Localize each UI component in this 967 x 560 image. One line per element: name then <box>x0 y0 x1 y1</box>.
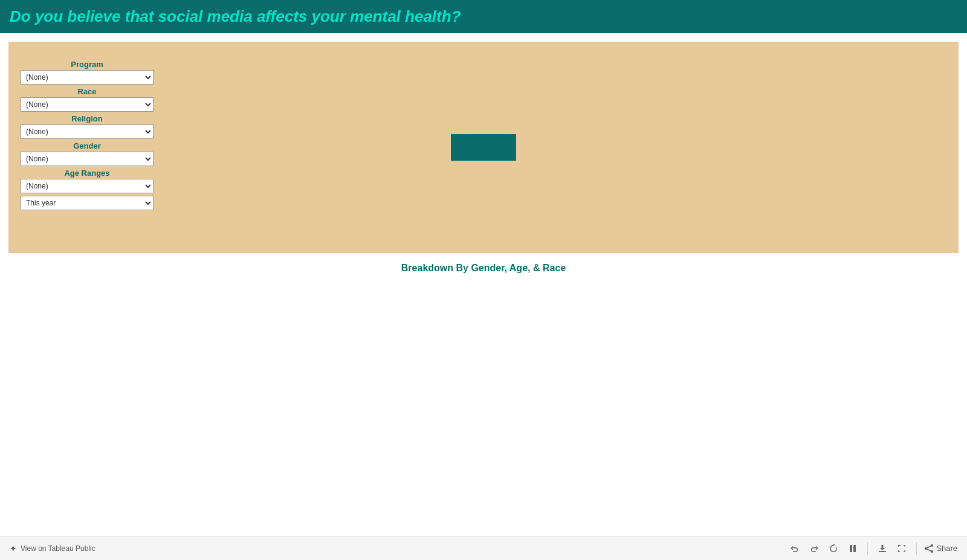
toolbar-divider-2 <box>916 542 917 555</box>
filter-group-program: Program (None) <box>21 60 154 85</box>
filter-group-religion: Religion (None) <box>21 114 154 139</box>
svg-point-3 <box>931 544 933 547</box>
svg-point-4 <box>925 547 927 550</box>
filter-group-year: This year All years <box>21 196 154 210</box>
page-title: Do you believe that social media affects… <box>10 7 461 26</box>
pause-icon <box>848 544 858 553</box>
svg-rect-0 <box>850 545 852 552</box>
svg-rect-1 <box>853 545 856 552</box>
filter-select-race[interactable]: (None) <box>21 97 154 112</box>
fullscreen-button[interactable] <box>894 541 909 556</box>
svg-rect-2 <box>879 551 886 552</box>
share-icon <box>924 544 934 553</box>
filter-label-age-ranges: Age Ranges <box>21 169 154 178</box>
filters-container: Program (None) Race (None) Religion (Non… <box>21 60 154 213</box>
share-label: Share <box>936 544 957 553</box>
svg-line-7 <box>927 549 931 551</box>
toolbar-right-controls: Share <box>788 541 957 556</box>
tableau-public-link[interactable]: ✦ View on Tableau Public <box>10 544 95 553</box>
filter-select-year[interactable]: This year All years <box>21 196 154 210</box>
section-subtitle: Breakdown By Gender, Age, & Race <box>0 263 967 274</box>
redo-icon <box>809 544 819 553</box>
undo-icon <box>790 544 800 553</box>
toolbar-divider-1 <box>867 542 868 555</box>
tableau-icon: ✦ <box>10 544 17 553</box>
reset-button[interactable] <box>826 541 841 556</box>
svg-point-5 <box>931 550 933 553</box>
reset-icon <box>829 544 838 553</box>
filter-label-race: Race <box>21 87 154 96</box>
filter-select-gender[interactable]: (None) <box>21 152 154 166</box>
filter-label-program: Program <box>21 60 154 69</box>
tableau-link-text: View on Tableau Public <box>21 544 95 553</box>
share-button[interactable]: Share <box>924 544 957 553</box>
filter-label-religion: Religion <box>21 114 154 123</box>
bottom-toolbar: ✦ View on Tableau Public <box>0 536 967 560</box>
undo-button[interactable] <box>788 541 802 556</box>
filter-group-race: Race (None) <box>21 87 154 112</box>
filter-select-age-ranges[interactable]: (None) <box>21 179 154 193</box>
main-panel: Program (None) Race (None) Religion (Non… <box>8 42 959 253</box>
svg-line-6 <box>927 546 931 548</box>
download-button[interactable] <box>875 541 890 556</box>
filter-select-religion[interactable]: (None) <box>21 124 154 139</box>
header-bar: Do you believe that social media affects… <box>0 0 967 33</box>
center-teal-rectangle <box>451 134 516 161</box>
filter-group-gender: Gender (None) <box>21 141 154 166</box>
pause-button[interactable] <box>846 541 860 556</box>
fullscreen-icon <box>897 544 907 553</box>
filter-select-program[interactable]: (None) <box>21 70 154 85</box>
redo-button[interactable] <box>807 541 821 556</box>
filter-group-age-ranges: Age Ranges (None) <box>21 169 154 193</box>
download-icon <box>878 544 887 553</box>
filter-label-gender: Gender <box>21 141 154 150</box>
